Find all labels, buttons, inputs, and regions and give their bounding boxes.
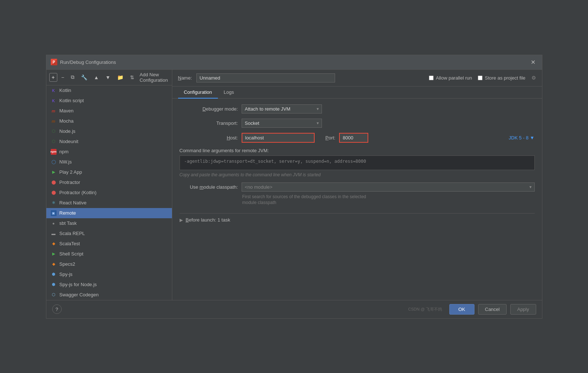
list-item-label: Scala REPL <box>59 231 85 236</box>
ok-button[interactable]: OK <box>449 304 474 315</box>
title-bar: P Run/Debug Configurations ✕ <box>46 55 542 70</box>
title-bar-left: P Run/Debug Configurations <box>51 59 116 65</box>
list-item-label: Maven <box>59 108 74 114</box>
list-item[interactable]: K Kotlin <box>46 85 172 96</box>
remove-config-button[interactable]: − <box>59 73 67 82</box>
list-item-remote[interactable]: ▣ Remote <box>46 208 172 218</box>
list-item[interactable]: ⬢ Spy-js for Node.js <box>46 280 172 290</box>
copy-config-button[interactable]: ⧉ <box>68 73 77 82</box>
protractor-icon: ⬤ <box>51 180 57 185</box>
debugger-mode-row: Debugger mode: Attach to remote JVM List… <box>180 104 535 114</box>
protractor-kotlin-icon: ⬤ <box>51 190 57 196</box>
list-item[interactable]: ▶ Shell Script <box>46 249 172 259</box>
tab-configuration[interactable]: Configuration <box>178 86 218 99</box>
list-item[interactable]: ⬤ Protractor <box>46 177 172 188</box>
list-item[interactable]: m Mocha <box>46 116 172 126</box>
list-item-label: Swagger Codegen <box>59 292 99 297</box>
list-item[interactable]: K Kotlin script <box>46 96 172 106</box>
list-item-label: Kotlin <box>59 88 72 93</box>
add-config-button[interactable]: + <box>49 73 57 82</box>
list-item[interactable]: ▶ Play 2 App <box>46 167 172 177</box>
list-item-label: Protractor (Kotlin) <box>59 190 97 195</box>
module-classpath-hint: First search for sources of the debugged… <box>242 194 535 206</box>
before-launch-section: ▶ Before launch: 1 task <box>180 213 535 223</box>
list-item[interactable]: ◆ ScalaTest <box>46 239 172 249</box>
store-as-project-checkbox[interactable] <box>478 76 483 80</box>
list-item[interactable]: ⬡ Nodeunit <box>46 136 172 147</box>
sort-button[interactable]: ⇅ <box>127 73 137 82</box>
list-item[interactable]: ⬡ Swagger Codegen <box>46 290 172 300</box>
list-item[interactable]: ⬤ Protractor (Kotlin) <box>46 188 172 198</box>
play2-icon: ▶ <box>51 169 57 175</box>
react-native-icon: ⚛ <box>51 200 57 206</box>
dialog-title: Run/Debug Configurations <box>60 59 116 65</box>
module-classpath-select[interactable]: <no module> <box>242 182 535 192</box>
swagger-icon: ⬡ <box>51 292 57 298</box>
debugger-mode-select[interactable]: Attach to remote JVM Listen to remote JV… <box>242 104 322 114</box>
wrench-button[interactable]: 🔧 <box>78 73 90 82</box>
before-launch-row[interactable]: ▶ Before launch: 1 task <box>180 217 535 223</box>
host-label: Host: <box>180 135 238 141</box>
store-gear-icon[interactable]: ⚙ <box>531 75 536 81</box>
nwjs-icon: ◯ <box>51 159 57 165</box>
move-up-button[interactable]: ▲ <box>91 73 101 82</box>
list-item-label: Shell Script <box>59 251 84 257</box>
maven-icon: m <box>51 108 57 114</box>
list-item-label: Mocha <box>59 118 74 124</box>
before-launch-expand-icon: ▶ <box>180 218 183 223</box>
move-down-button[interactable]: ▼ <box>103 73 113 82</box>
cancel-button[interactable]: Cancel <box>478 304 507 315</box>
module-classpath-label: Use module classpath: <box>180 184 238 190</box>
sbt-icon: ● <box>51 220 57 226</box>
allow-parallel-label[interactable]: Allow parallel run <box>429 75 472 81</box>
transport-dropdown-wrapper: Socket Shared memory ▼ <box>242 119 322 128</box>
cmd-label: Command line arguments for remote JVM: <box>180 148 535 153</box>
right-options: Allow parallel run Store as project file… <box>429 75 536 81</box>
list-item[interactable]: ◆ Specs2 <box>46 259 172 269</box>
list-item[interactable]: ▬ Scala REPL <box>46 228 172 239</box>
close-button[interactable]: ✕ <box>529 58 538 66</box>
port-input[interactable] <box>339 133 368 143</box>
bottom-bar: ? CSDN @ 飞哥不鸽 OK Cancel Apply <box>46 300 542 318</box>
allow-parallel-checkbox[interactable] <box>429 76 434 80</box>
name-row: Name: <box>178 73 335 82</box>
port-label: Port: <box>326 135 335 141</box>
left-panel: + − ⧉ 🔧 ▲ ▼ 📁 ⇅ Add New Configuration 📌 … <box>46 70 172 300</box>
host-input[interactable] <box>242 133 315 143</box>
list-item-label: Spy-js for Node.js <box>59 282 97 287</box>
list-item-label: Node.js <box>59 128 76 134</box>
name-input[interactable] <box>196 73 335 82</box>
shell-script-icon: ▶ <box>51 251 57 257</box>
mocha-icon: m <box>51 118 57 124</box>
tab-logs[interactable]: Logs <box>218 86 240 99</box>
list-item[interactable]: m Maven <box>46 106 172 116</box>
list-item[interactable]: ⚛ React Native <box>46 198 172 208</box>
nodejs-icon: ⬡ <box>51 128 57 134</box>
jdk-version-link[interactable]: JDK 5 - 8 ▼ <box>509 135 535 141</box>
module-classpath-row: Use module classpath: <no module> ▼ <box>180 182 535 192</box>
list-item[interactable]: npm npm <box>46 147 172 157</box>
debugger-mode-dropdown-wrapper: Attach to remote JVM Listen to remote JV… <box>242 104 322 114</box>
nodeunit-icon: ⬡ <box>51 139 57 145</box>
add-config-label: Add New Configuration <box>138 72 168 83</box>
help-button[interactable]: ? <box>52 304 62 314</box>
transport-row: Transport: Socket Shared memory ▼ <box>180 119 535 128</box>
main-content: + − ⧉ 🔧 ▲ ▼ 📁 ⇅ Add New Configuration 📌 … <box>46 70 542 300</box>
right-panel: Name: Allow parallel run Store as projec… <box>172 70 542 300</box>
run-debug-dialog: P Run/Debug Configurations ✕ + − ⧉ 🔧 ▲ ▼… <box>46 55 542 319</box>
store-as-project-label[interactable]: Store as project file <box>478 75 525 81</box>
list-item[interactable]: ⬡ Node.js <box>46 126 172 136</box>
list-item[interactable]: ◯ NW.js <box>46 157 172 167</box>
list-item-label: Kotlin script <box>59 98 84 103</box>
transport-label: Transport: <box>180 120 238 126</box>
transport-select[interactable]: Socket Shared memory <box>242 119 322 128</box>
list-item-label: Spy-js <box>59 272 73 277</box>
list-item[interactable]: ● sbt Task <box>46 218 172 228</box>
folder-button[interactable]: 📁 <box>115 73 126 82</box>
list-item[interactable]: ⬢ Spy-js <box>46 269 172 280</box>
list-item-label: Play 2 App <box>59 169 82 175</box>
action-buttons: OK Cancel Apply <box>449 304 536 315</box>
tabs-row: Configuration Logs <box>172 86 542 99</box>
apply-button[interactable]: Apply <box>510 304 536 315</box>
cmd-section: Command line arguments for remote JVM: -… <box>180 148 535 177</box>
